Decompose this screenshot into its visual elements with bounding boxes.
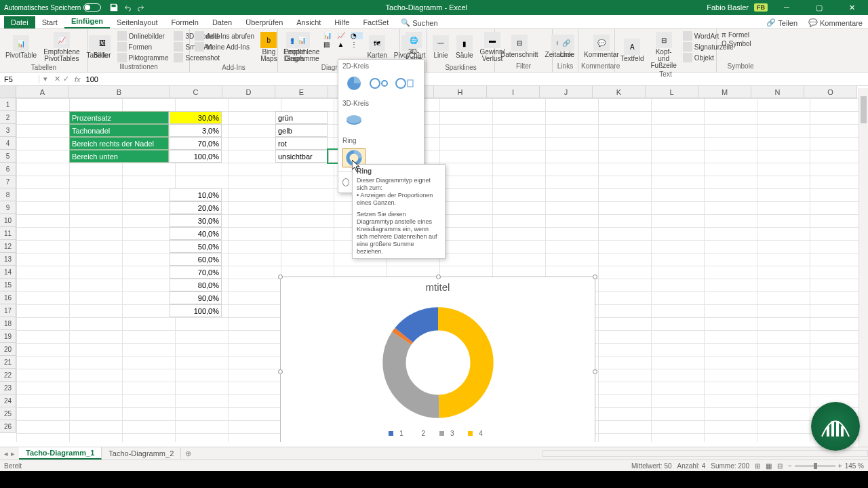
shapes-button[interactable]: Formen <box>115 41 171 52</box>
header-footer-button[interactable]: ⊟Kopf- und Fußzeile <box>648 30 679 70</box>
tab-formulas[interactable]: Formeln <box>165 16 205 28</box>
row-header-8[interactable]: 8 <box>0 188 16 201</box>
bar-chart-icon[interactable]: ▤ <box>323 41 336 48</box>
column-chart-icon[interactable]: 📊 <box>323 32 336 39</box>
formula-input[interactable] <box>83 75 868 83</box>
col-header-E[interactable]: E <box>275 86 328 98</box>
tab-help[interactable]: Hilfe <box>328 16 356 28</box>
vertical-scrollbar[interactable] <box>859 88 868 447</box>
save-icon[interactable] <box>109 3 119 12</box>
maximize-button[interactable]: ▢ <box>806 0 833 15</box>
row-header-17[interactable]: 17 <box>0 304 16 317</box>
row-header-7[interactable]: 7 <box>0 176 16 188</box>
line-chart-icon[interactable]: 📈 <box>337 32 349 39</box>
undo-icon[interactable] <box>123 3 132 12</box>
pictures-button[interactable]: 🖼Bilder <box>91 30 114 63</box>
tab-review[interactable]: Überprüfen <box>239 16 290 28</box>
spark-line-button[interactable]: 〰Linie <box>430 30 452 64</box>
pivot-table-button[interactable]: 📊PivotTable <box>3 30 39 64</box>
resize-handle[interactable] <box>436 274 441 279</box>
cell-B4[interactable]: Bereich rechts der Nadel <box>69 137 169 150</box>
get-addins-button[interactable]: Add-Ins abrufen <box>193 30 256 41</box>
zoom-level[interactable]: 145 % <box>845 462 864 470</box>
row-header-5[interactable]: 5 <box>0 150 16 163</box>
sheet-tab-1[interactable]: Tacho-Diagramm_1 <box>19 447 102 460</box>
textbox-button[interactable]: ATextfeld <box>618 30 646 70</box>
row-header-26[interactable]: 26 <box>0 420 16 433</box>
user-badge-icon[interactable]: FB <box>754 3 768 12</box>
tab-pagelayout[interactable]: Seitenlayout <box>110 16 165 28</box>
toggle-off-icon[interactable] <box>83 3 101 12</box>
row-header-19[interactable]: 19 <box>0 330 16 343</box>
row-header-23[interactable]: 23 <box>0 382 16 394</box>
cell-C17[interactable]: 100,0% <box>170 304 222 317</box>
col-header-H[interactable]: H <box>434 86 487 98</box>
pie-chart-icon[interactable]: ◔ <box>351 32 363 39</box>
symbol-button[interactable]: Ω Symbol <box>719 39 753 48</box>
cell-C3[interactable]: 3,0% <box>170 124 222 137</box>
col-header-I[interactable]: I <box>487 86 540 98</box>
col-header-N[interactable]: N <box>751 86 804 98</box>
col-header-L[interactable]: L <box>646 86 698 98</box>
row-header-15[interactable]: 15 <box>0 279 16 291</box>
online-pictures-button[interactable]: Onlinebilder <box>115 30 171 41</box>
cell-C4[interactable]: 70,0% <box>170 137 222 150</box>
cell-C8[interactable]: 10,0% <box>170 188 222 201</box>
sheet-nav-next-icon[interactable]: ▸ <box>11 449 15 458</box>
cell-C12[interactable]: 50,0% <box>170 240 222 253</box>
row-header-20[interactable]: 20 <box>0 343 16 356</box>
sheet-tab-2[interactable]: Tacho-Diagramm_2 <box>102 448 181 459</box>
pie-of-pie-option[interactable] <box>368 74 391 93</box>
row-header-4[interactable]: 4 <box>0 137 16 150</box>
cell-C2[interactable]: 30,0% <box>170 111 222 124</box>
row-header-24[interactable]: 24 <box>0 394 16 407</box>
row-header-14[interactable]: 14 <box>0 266 16 279</box>
formula-button[interactable]: π Formel <box>719 30 753 39</box>
row-header-2[interactable]: 2 <box>0 111 16 124</box>
scatter-chart-icon[interactable]: ⋮ <box>351 41 363 48</box>
cell-C9[interactable]: 20,0% <box>170 201 222 214</box>
pictograms-button[interactable]: Piktogramme <box>115 52 171 63</box>
row-header-18[interactable]: 18 <box>0 317 16 330</box>
view-pagelayout-icon[interactable]: ▦ <box>766 462 772 470</box>
col-header-C[interactable]: C <box>170 86 222 98</box>
row-header-1[interactable]: 1 <box>0 98 16 111</box>
cell-B3[interactable]: Tachonadel <box>69 124 169 137</box>
row-header-22[interactable]: 22 <box>0 369 16 382</box>
row-header-9[interactable]: 9 <box>0 201 16 214</box>
cell-E4[interactable]: rot <box>275 137 328 150</box>
sheet-grid[interactable]: ABCDEFGHIJKLMNO 123456789101112131415161… <box>0 86 868 442</box>
area-chart-icon[interactable]: ▲ <box>337 41 349 48</box>
cell-B5[interactable]: Bereich unten <box>69 150 169 163</box>
col-header-D[interactable]: D <box>222 86 275 98</box>
spark-column-button[interactable]: ▮Säule <box>453 30 476 64</box>
select-all-corner[interactable] <box>0 86 16 98</box>
row-header-16[interactable]: 16 <box>0 291 16 304</box>
cell-C11[interactable]: 40,0% <box>170 227 222 240</box>
namebox-dropdown-icon[interactable]: ▾ <box>39 75 52 83</box>
rec-charts-button[interactable]: 📊Empfohlene Diagramme <box>281 30 322 64</box>
resize-handle[interactable] <box>278 274 283 279</box>
add-sheet-button[interactable]: ⊕ <box>181 449 195 458</box>
col-header-O[interactable]: O <box>804 86 857 98</box>
name-box[interactable]: F5 <box>0 75 39 83</box>
comments-button[interactable]: 💬 Kommentare <box>803 17 868 28</box>
resize-handle[interactable] <box>593 274 597 279</box>
cell-E2[interactable]: grün <box>275 111 328 124</box>
cell-E5[interactable]: unsichtbar <box>275 150 328 163</box>
my-addins-button[interactable]: Meine Add-Ins <box>193 41 256 52</box>
tell-me[interactable]: 🔍 Suchen <box>395 17 443 28</box>
cell-C14[interactable]: 70,0% <box>170 266 222 279</box>
resize-handle[interactable] <box>278 369 283 374</box>
tab-file[interactable]: Datei <box>4 16 35 28</box>
tab-data[interactable]: Daten <box>205 16 239 28</box>
chart-title[interactable]: mtitel <box>281 277 595 293</box>
zoom-in-button[interactable]: + <box>838 462 842 470</box>
horizontal-scrollbar[interactable] <box>542 450 868 457</box>
cell-B2[interactable]: Prozentsatz <box>69 111 169 124</box>
col-header-B[interactable]: B <box>69 86 170 98</box>
cell-C16[interactable]: 90,0% <box>170 291 222 304</box>
slicer-button[interactable]: ⊟Datenschnitt <box>498 30 541 62</box>
cell-E3[interactable]: gelb <box>275 124 328 137</box>
cell-C10[interactable]: 30,0% <box>170 214 222 227</box>
